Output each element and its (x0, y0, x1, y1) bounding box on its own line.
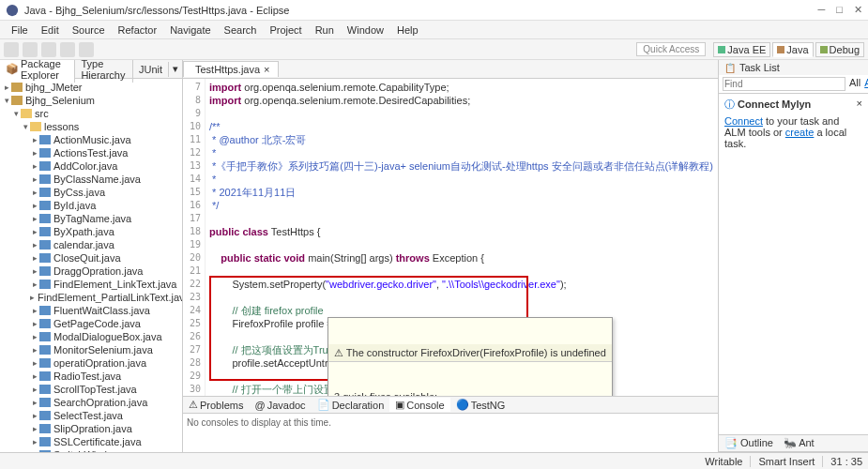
java-file[interactable]: ▸ActionsTest.java (2, 146, 180, 159)
java-file[interactable]: ▸MonitorSelenium.java (2, 343, 180, 356)
menu-file[interactable]: File (6, 23, 34, 38)
java-file[interactable]: ▸ScrollTopTest.java (2, 383, 180, 396)
close-mylyn-icon[interactable]: × (857, 98, 862, 109)
svg-point-0 (7, 4, 18, 15)
java-file[interactable]: ▸SlipOpration.java (2, 422, 180, 435)
project[interactable]: ▸bjhg_JMeter (2, 81, 180, 94)
quickfix-popup: ⚠ The constructor FirefoxDriver(FirefoxP… (327, 317, 613, 396)
java-file[interactable]: ▸DraggOpration.java (2, 265, 180, 278)
java-file[interactable]: ▸FindElement_PartialLinkText.java (2, 291, 180, 304)
java-file[interactable]: ▸ById.java (2, 199, 180, 212)
status-writable: Writable (705, 456, 742, 467)
build-icon[interactable] (79, 42, 94, 57)
java-file[interactable]: ▸ModalDialogueBox.java (2, 330, 180, 343)
project[interactable]: ▾Bjhg_Selenium (2, 94, 180, 107)
ant-tab[interactable]: 🐜 Ant (784, 437, 815, 449)
java-file[interactable]: ▸AddColor.java (2, 159, 180, 173)
perspective-java[interactable]: Java (772, 42, 813, 57)
menu-window[interactable]: Window (342, 23, 389, 38)
java-file[interactable]: ▸SearchOpration.java (2, 396, 180, 409)
quickfix-sub: 3 quick fixes available: (328, 388, 612, 396)
java-file[interactable]: ▸ByClassName.java (2, 173, 180, 186)
mylyn-text: Connect to your task and ALM tools or cr… (724, 115, 862, 149)
error-icon: ⚠ (334, 347, 343, 358)
java-file[interactable]: ▸FindElement_LinkText.java (2, 278, 180, 291)
testng-tab[interactable]: 🔵 TestNG (450, 398, 511, 412)
perspective-javaee[interactable]: Java EE (713, 42, 770, 57)
java-file[interactable]: ▸operatiOpration.java (2, 356, 180, 370)
debug-icon[interactable] (41, 42, 56, 57)
close-button[interactable]: ✕ (854, 4, 862, 16)
outline-tab[interactable]: 📑 Outline (724, 437, 773, 449)
task-list-header: 📋 Task List (719, 60, 868, 75)
java-file[interactable]: ▸calendar.java (2, 238, 180, 251)
java-file[interactable]: ▸SelectTest.java (2, 409, 180, 422)
maximize-button[interactable]: □ (836, 4, 843, 16)
menu-run[interactable]: Run (310, 23, 340, 38)
code-editor[interactable]: 7 8 9 10 11 12 13 14 15 16 17 18 19 20 2… (183, 79, 718, 396)
toolbar: Quick Access Java EE Java Debug (0, 39, 868, 60)
menu-source[interactable]: Source (67, 23, 111, 38)
declaration-tab[interactable]: 📄 Declaration (312, 398, 390, 412)
perspective-debug[interactable]: Debug (815, 42, 864, 57)
mylyn-title: Connect Mylyn (738, 98, 811, 110)
junit-tab[interactable]: JUnit (133, 62, 169, 77)
save-icon[interactable] (23, 42, 38, 57)
editor-tab[interactable]: TestHttps.java × (183, 61, 279, 77)
menu-bar: File Edit Source Refactor Navigate Searc… (0, 21, 868, 39)
window-title: Java - Bjhg_Selenium/src/lessons/TestHtt… (24, 5, 818, 16)
task-find-input[interactable] (723, 77, 845, 91)
console-tab[interactable]: ▣ Console (389, 398, 449, 412)
status-bar: Writable Smart Insert 31 : 35 (0, 452, 868, 469)
new-icon[interactable] (4, 42, 19, 57)
java-file[interactable]: ▸CloseQuit.java (2, 251, 180, 265)
run-icon[interactable] (60, 42, 75, 57)
java-file[interactable]: ▸GetPageCode.java (2, 317, 180, 330)
menu-help[interactable]: Help (391, 23, 424, 38)
quickfix-header: The constructor FirefoxDriver(FirefoxPro… (346, 347, 606, 358)
info-icon: ⓘ (724, 98, 735, 110)
quick-access[interactable]: Quick Access (636, 42, 706, 56)
java-file[interactable]: ▸ByCss.java (2, 186, 180, 199)
minimize-button[interactable]: ─ (818, 4, 826, 16)
menu-search[interactable]: Search (219, 23, 263, 38)
status-pos: 31 : 35 (830, 456, 862, 467)
java-file[interactable]: ▸FluentWaitClass.java (2, 304, 180, 317)
java-file[interactable]: ▸ByTagName.java (2, 212, 180, 225)
view-menu-icon[interactable]: ▾ (173, 63, 178, 75)
menu-edit[interactable]: Edit (36, 23, 65, 38)
close-tab-icon[interactable]: × (264, 64, 269, 75)
menu-navigate[interactable]: Navigate (164, 23, 216, 38)
status-insert: Smart Insert (758, 456, 815, 467)
java-file[interactable]: ▸RadioTest.java (2, 370, 180, 383)
java-file[interactable]: ▸ByXpath.java (2, 225, 180, 238)
java-file[interactable]: ▸ActionMusic.java (2, 133, 180, 146)
task-activate[interactable]: Activate... (864, 77, 868, 91)
title-bar: Java - Bjhg_Selenium/src/lessons/TestHtt… (0, 0, 868, 21)
java-file[interactable]: ▸SSLCertificate.java (2, 435, 180, 448)
javadoc-tab[interactable]: @ Javadoc (249, 399, 311, 412)
menu-refactor[interactable]: Refactor (113, 23, 163, 38)
src-folder[interactable]: ▾src (2, 107, 180, 120)
package-explorer-tree[interactable]: ▸bjhg_JMeter▾Bjhg_Selenium▾src▾lessons▸A… (0, 79, 182, 452)
package[interactable]: ▾lessons (2, 120, 180, 133)
task-all[interactable]: All (849, 77, 860, 91)
menu-project[interactable]: Project (264, 23, 307, 38)
problems-tab[interactable]: ⚠ Problems (183, 398, 249, 412)
eclipse-icon (6, 4, 19, 17)
console-content: No consoles to display at this time. (183, 414, 718, 452)
